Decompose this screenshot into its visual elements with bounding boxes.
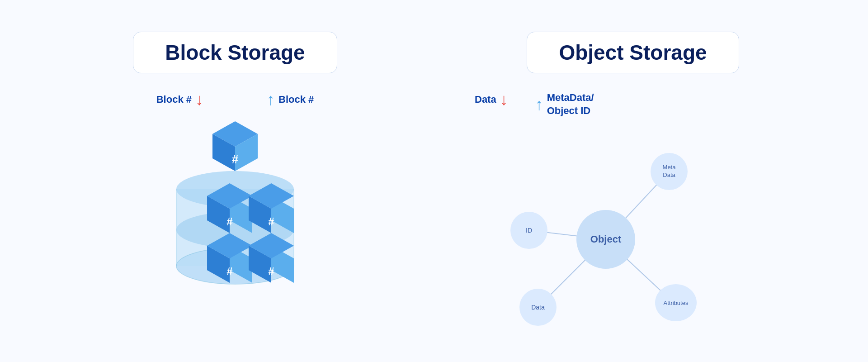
cubes-svg: # # # # [140,108,330,298]
object-arrow-left: Data ↓ [475,91,508,108]
block-storage-title: Block Storage [165,40,305,65]
block-storage-panel: Block Storage Block # ↓ ↑ Block # [50,18,420,298]
arrow-up-right-icon: ↑ [267,91,275,108]
object-storage-title: Object Storage [559,40,707,65]
svg-text:#: # [268,265,274,277]
block-storage-title-box: Block Storage [133,32,337,73]
svg-text:#: # [226,215,232,228]
object-storage-title-box: Object Storage [527,32,739,73]
arrow-down-left-icon: ↓ [195,91,203,108]
object-storage-panel: Object Storage Data ↓ ↑ MetaData/Object … [448,18,818,348]
arrow-down-data-icon: ↓ [500,91,508,108]
object-right-label: MetaData/Object ID [547,91,594,117]
object-center-node: Object [576,210,635,269]
object-arrow-right: ↑ MetaData/Object ID [535,91,594,117]
block-arrow-left: Block # ↓ [156,91,203,108]
svg-text:#: # [268,215,274,228]
block-left-label: Block # [156,94,192,105]
svg-text:#: # [226,265,232,277]
arrow-up-metadata-icon: ↑ [535,96,543,113]
cylinder-scene: # # # # [140,108,330,298]
object-data-node: Data [519,289,557,326]
main-container: Block Storage Block # ↓ ↑ Block # [50,18,818,344]
object-attributes-node: Attributes [655,284,697,321]
block-arrows-row: Block # ↓ ↑ Block # [50,91,420,108]
block-right-label: Block # [278,94,314,105]
object-metadata-node: MetaData [651,153,688,190]
svg-text:#: # [232,152,239,166]
object-id-node: ID [510,212,547,249]
block-arrow-right: ↑ Block # [267,91,314,108]
object-arrows-row: Data ↓ ↑ MetaData/Object ID [466,91,594,117]
block-diagram: Block # ↓ ↑ Block # [50,91,420,298]
object-diagram: Data ↓ ↑ MetaData/Object ID [448,91,818,348]
object-left-label: Data [475,94,496,105]
object-graph: Object ID MetaData Data Attributes [493,131,719,348]
